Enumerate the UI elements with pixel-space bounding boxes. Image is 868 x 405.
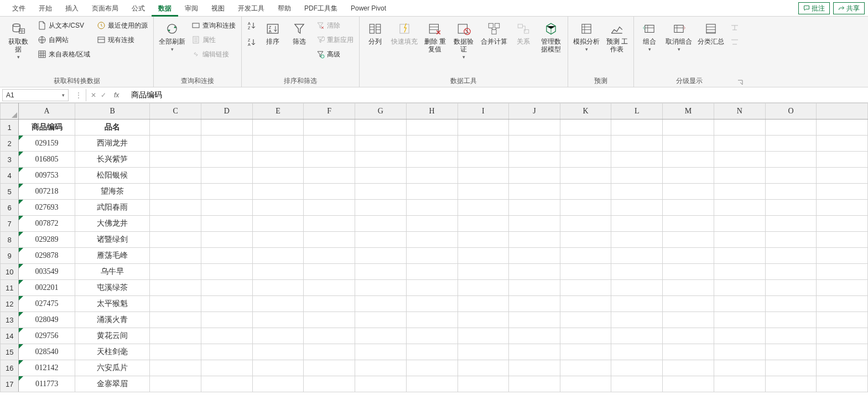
cell[interactable] [304,200,355,216]
cell[interactable] [252,136,304,152]
cell[interactable] [406,344,458,360]
cell[interactable] [765,248,817,264]
cell[interactable] [458,264,509,280]
cell[interactable] [406,184,458,200]
cell[interactable] [150,264,201,280]
col-header-B[interactable]: B [75,103,149,120]
cell-B8[interactable]: 诸暨绿剑 [75,232,149,248]
cell[interactable] [560,248,611,264]
col-header-J[interactable]: J [509,103,560,120]
group-button[interactable]: 组合▾ [637,19,662,55]
cell[interactable] [201,120,252,136]
cell[interactable] [765,120,817,136]
cell[interactable] [663,264,714,280]
cell[interactable] [765,184,817,200]
col-header-C[interactable]: C [150,103,201,120]
from-web-button[interactable]: 自网站 [35,33,92,46]
cell[interactable] [765,216,817,232]
cell-A12[interactable]: 027475 [19,296,75,312]
cell[interactable] [611,152,663,168]
cell-A2[interactable]: 029159 [19,136,75,152]
cell-B12[interactable]: 太平猴魁 [75,296,149,312]
cell[interactable] [765,200,817,216]
cell[interactable] [252,328,304,344]
cell[interactable] [765,312,817,328]
cell[interactable] [355,168,407,184]
tab-帮助[interactable]: 帮助 [271,0,298,17]
cell[interactable] [150,168,201,184]
cell[interactable] [714,200,765,216]
cell[interactable] [817,168,868,184]
get-data-button[interactable]: 获取数 据 ▾ [3,19,33,63]
cell[interactable] [458,216,509,232]
cell[interactable] [458,152,509,168]
cell[interactable] [458,376,509,392]
cell[interactable] [509,248,560,264]
cell[interactable] [458,248,509,264]
tab-开始[interactable]: 开始 [32,0,59,17]
cell[interactable] [252,376,304,392]
cell[interactable] [150,200,201,216]
cell[interactable] [714,280,765,296]
cell[interactable] [611,184,663,200]
cell[interactable] [406,168,458,184]
cell-A16[interactable]: 012142 [19,360,75,376]
cell[interactable] [509,120,560,136]
cell-B11[interactable]: 屯溪绿茶 [75,280,149,296]
cell[interactable] [150,232,201,248]
cell[interactable] [560,344,611,360]
cell-B14[interactable]: 黄花云间 [75,328,149,344]
cell[interactable] [355,216,407,232]
cell[interactable] [765,344,817,360]
cell[interactable] [560,376,611,392]
cell-B15[interactable]: 天柱剑毫 [75,344,149,360]
cell[interactable] [611,248,663,264]
fx-icon[interactable]: fx [111,91,122,99]
cell[interactable] [355,152,407,168]
cell[interactable] [252,200,304,216]
sort-asc-button[interactable]: AZ [245,19,258,32]
cell[interactable] [458,280,509,296]
cell[interactable] [355,296,407,312]
cell[interactable] [150,376,201,392]
cell[interactable] [663,296,714,312]
cell[interactable] [201,280,252,296]
cell[interactable] [663,280,714,296]
chevron-down-icon[interactable]: ▾ [62,92,65,98]
cell[interactable] [201,168,252,184]
cell[interactable] [252,280,304,296]
cell[interactable] [765,296,817,312]
relationships-button[interactable]: 关系 [511,19,536,48]
cell[interactable] [611,232,663,248]
sort-desc-button[interactable]: ZA [245,35,258,49]
cell[interactable] [714,360,765,376]
advanced-filter-button[interactable]: 高级 [314,48,356,61]
row-header-12[interactable]: 12 [1,296,19,312]
row-header-9[interactable]: 9 [1,248,19,264]
cell[interactable] [355,360,407,376]
filter-button[interactable]: 筛选 [287,19,311,48]
cell[interactable] [304,344,355,360]
cell[interactable] [355,184,407,200]
cell[interactable] [817,184,868,200]
cell[interactable] [252,216,304,232]
cell-A6[interactable]: 027693 [19,200,75,216]
cell[interactable] [458,184,509,200]
cell[interactable] [201,136,252,152]
cell[interactable] [252,264,304,280]
cell[interactable] [458,136,509,152]
dialog-launcher-icon[interactable] [737,79,744,86]
cell[interactable] [252,120,304,136]
cell[interactable] [765,264,817,280]
cell[interactable] [252,296,304,312]
cell[interactable] [355,120,407,136]
col-header-K[interactable]: K [560,103,611,120]
cell[interactable] [663,328,714,344]
cell[interactable] [355,376,407,392]
cell[interactable] [509,280,560,296]
cell[interactable] [663,360,714,376]
cell[interactable] [150,248,201,264]
forecast-button[interactable]: 预测 工作表 [604,19,630,55]
clear-filter-button[interactable]: 清除 [314,19,356,32]
cell[interactable] [252,184,304,200]
